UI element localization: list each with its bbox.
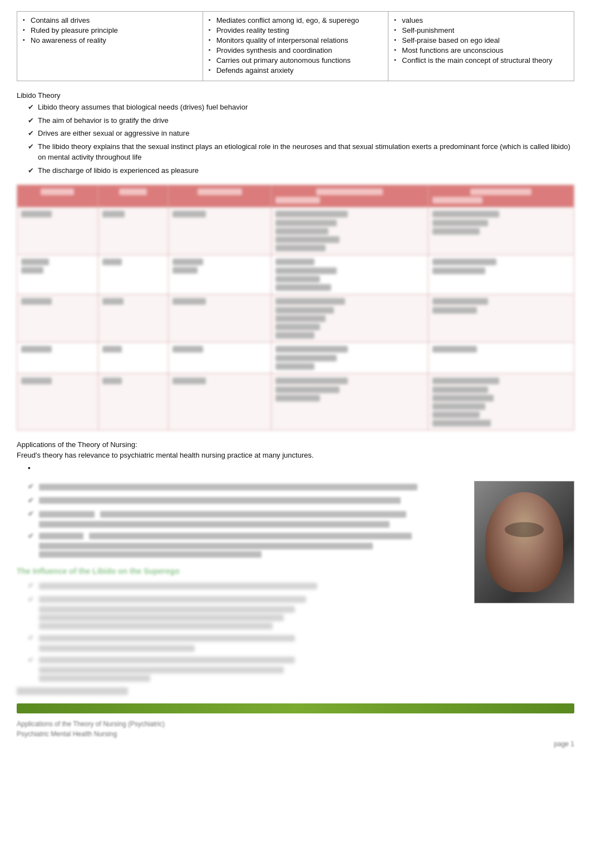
superego-item-3: Most functions are unconscious bbox=[394, 46, 568, 54]
ego-item-1: Mediates conflict among id, ego, & super… bbox=[209, 16, 383, 24]
superego-item-4: Conflict is the main concept of structur… bbox=[394, 56, 568, 65]
ego-list: Mediates conflict among id, ego, & super… bbox=[209, 16, 383, 75]
libido-title: Libido Theory bbox=[17, 91, 574, 100]
table-row bbox=[17, 207, 574, 255]
blurred-lower-section: The Influence of the Libido on the Super… bbox=[17, 567, 463, 696]
id-item-3: No awareness of reality bbox=[23, 36, 197, 44]
applications-bullet-1 bbox=[28, 463, 574, 474]
applications-section: Applications of the Theory of Nursing: F… bbox=[17, 440, 574, 474]
superego-list: values Self-punishment Self-praise based… bbox=[394, 16, 568, 65]
col-age bbox=[98, 185, 168, 207]
footer-line-2: Psychiatric Mental Health Nursing bbox=[17, 729, 574, 739]
applications-text: Freud's theory has relevance to psychiat… bbox=[17, 451, 574, 459]
blurred-lower-item-1 bbox=[28, 580, 463, 591]
blurred-section-heading: The Influence of the Libido on the Super… bbox=[17, 567, 463, 576]
applications-bullet-list bbox=[17, 463, 574, 474]
libido-item-4: The libido theory explains that the sexu… bbox=[28, 141, 574, 163]
col-focus bbox=[169, 185, 272, 207]
libido-list: Libido theory assumes that biological ne… bbox=[17, 102, 574, 176]
blurred-lower-list bbox=[17, 580, 463, 682]
footer-section: Applications of the Theory of Nursing (P… bbox=[17, 719, 574, 748]
ego-item-2: Provides reality testing bbox=[209, 26, 383, 34]
blurred-applications-list bbox=[17, 481, 463, 558]
superego-item-1: Self-punishment bbox=[394, 26, 568, 34]
ego-column: Mediates conflict among id, ego, & super… bbox=[203, 12, 388, 81]
superego-item-2: Self-praise based on ego ideal bbox=[394, 36, 568, 44]
superego-item-0: values bbox=[394, 16, 568, 24]
blurred-app-item-4 bbox=[28, 530, 463, 558]
table-row bbox=[17, 374, 574, 430]
blurred-app-item-3 bbox=[28, 508, 463, 528]
footer-page-number: page 1 bbox=[17, 740, 574, 748]
id-ego-superego-table: Contains all drives Ruled by pleasure pr… bbox=[17, 11, 574, 81]
col-fixation bbox=[428, 185, 574, 207]
blurred-app-item-2 bbox=[28, 495, 463, 506]
blurred-lower-item-2 bbox=[28, 594, 463, 630]
blurred-lower-item-3 bbox=[28, 632, 463, 652]
blurred-content-photo-row: The Influence of the Libido on the Super… bbox=[17, 481, 574, 696]
table-row bbox=[17, 255, 574, 295]
psychosexual-stages-table bbox=[17, 185, 574, 430]
col-task bbox=[271, 185, 428, 207]
libido-item-5: The discharge of libido is experienced a… bbox=[28, 165, 574, 176]
ego-item-5: Carries out primary autonomous functions bbox=[209, 56, 383, 65]
libido-item-2: The aim of behavior is to gratify the dr… bbox=[28, 115, 574, 126]
id-column: Contains all drives Ruled by pleasure pr… bbox=[17, 12, 203, 81]
table-row bbox=[17, 295, 574, 343]
id-item-1: Contains all drives bbox=[23, 16, 197, 24]
green-divider-bar bbox=[17, 703, 574, 713]
libido-item-3: Drives are either sexual or aggressive i… bbox=[28, 128, 574, 139]
portrait-image bbox=[485, 492, 563, 592]
libido-item-1: Libido theory assumes that biological ne… bbox=[28, 102, 574, 113]
ego-item-3: Monitors quality of interpersonal relati… bbox=[209, 36, 383, 44]
ego-item-6: Defends against anxiety bbox=[209, 66, 383, 75]
col-stage bbox=[17, 185, 98, 207]
footer-line-1: Applications of the Theory of Nursing (P… bbox=[17, 719, 574, 729]
ego-item-4: Provides synthesis and coordination bbox=[209, 46, 383, 54]
person-photo bbox=[474, 481, 574, 603]
table-row bbox=[17, 343, 574, 374]
id-list: Contains all drives Ruled by pleasure pr… bbox=[23, 16, 197, 44]
blurred-applications-content: The Influence of the Libido on the Super… bbox=[17, 481, 463, 696]
id-item-2: Ruled by pleasure principle bbox=[23, 26, 197, 34]
blurred-app-item-1 bbox=[28, 481, 463, 492]
applications-title: Applications of the Theory of Nursing: bbox=[17, 440, 574, 449]
libido-section: Libido Theory Libido theory assumes that… bbox=[17, 91, 574, 176]
superego-column: values Self-punishment Self-praise based… bbox=[388, 12, 574, 81]
blurred-lower-item-4 bbox=[28, 654, 463, 682]
